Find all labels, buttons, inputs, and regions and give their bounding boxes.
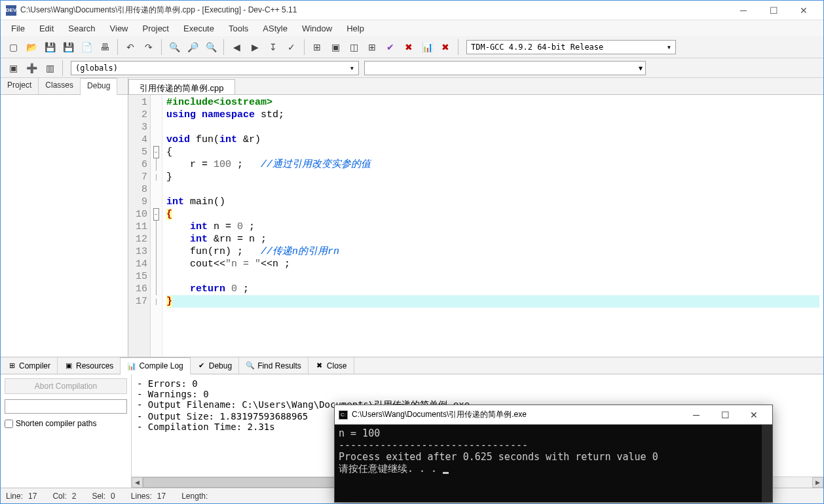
bottom-tab-debug[interactable]: ✔Debug — [191, 357, 239, 374]
fold-toggle-icon[interactable]: − — [153, 146, 159, 158]
menu-edit[interactable]: Edit — [33, 22, 60, 35]
left-tab-project[interactable]: Project — [1, 78, 39, 94]
function-dropdown[interactable]: ▾ — [364, 61, 646, 75]
left-tab-classes[interactable]: Classes — [39, 78, 81, 94]
abort-compilation-button: Abort Compilation — [5, 378, 127, 394]
menubar: FileEditSearchViewProjectExecuteToolsASt… — [1, 20, 823, 36]
bookmark-fwd-icon[interactable]: ▶ — [246, 39, 263, 56]
profile-icon[interactable]: 📊 — [419, 39, 436, 56]
console-titlebar[interactable]: C: C:\Users\Wang\Documents\引用传递的简单例.exe … — [335, 405, 772, 425]
bottom-tab-close[interactable]: ✖Close — [309, 357, 354, 374]
replace-icon[interactable]: 🔎 — [184, 39, 201, 56]
close-button[interactable]: ✕ — [789, 1, 818, 20]
console-window[interactable]: C: C:\Users\Wang\Documents\引用传递的简单例.exe … — [334, 405, 773, 503]
add-file-icon[interactable]: ➕ — [23, 60, 40, 77]
file-tab-active[interactable]: 引用传递的简单例.cpp — [128, 79, 235, 94]
goto-line-icon[interactable]: ↧ — [265, 39, 282, 56]
shorten-paths-label: Shorten compiler paths — [16, 419, 96, 428]
menu-file[interactable]: File — [5, 22, 31, 35]
file-tab-bar: 引用传递的简单例.cpp — [128, 78, 823, 95]
status-sel-value: 0 — [111, 492, 115, 501]
chevron-down-icon: ▾ — [350, 63, 354, 73]
compiler-dropdown[interactable]: TDM-GCC 4.9.2 64-bit Release ▾ — [466, 40, 676, 54]
console-close-button[interactable]: ✕ — [740, 406, 768, 424]
new-project-icon[interactable]: ▣ — [5, 60, 22, 77]
remove-file-icon[interactable]: ▥ — [41, 60, 58, 77]
menu-window[interactable]: Window — [295, 22, 339, 35]
status-length-label: Length: — [181, 492, 208, 501]
app-icon: DEV — [6, 5, 16, 16]
console-body[interactable]: n = 100 --------------------------------… — [335, 425, 772, 502]
fold-toggle-icon[interactable]: − — [153, 208, 159, 221]
redo-icon[interactable]: ↷ — [140, 39, 157, 56]
code-editor[interactable]: 1234567891011121314151617 −− #include<io… — [128, 95, 823, 357]
scope-dropdown[interactable]: (globals) ▾ — [71, 61, 359, 75]
print-icon[interactable]: 🖶 — [96, 39, 113, 56]
status-col-value: 2 — [72, 492, 77, 501]
menu-project[interactable]: Project — [136, 22, 176, 35]
bottom-tab-compiler[interactable]: ⊞Compiler — [1, 357, 58, 374]
window-title: C:\Users\Wang\Documents\引用传递的简单例.cpp - [… — [20, 5, 729, 16]
bookmark-icon[interactable]: ✓ — [283, 39, 300, 56]
console-minimize-button[interactable]: ─ — [682, 406, 711, 424]
console-cursor — [443, 472, 449, 474]
toolbar-main: ▢ 📂 💾 💾 📄 🖶 ↶ ↷ 🔍 🔎 🔍 ◀ ▶ ↧ ✓ ⊞ ▣ ◫ ⊞ ✔ … — [1, 36, 823, 58]
compile-log-controls: Abort Compilation Shorten compiler paths — [1, 374, 132, 488]
shorten-paths-box[interactable] — [5, 420, 13, 428]
editor-split: ProjectClassesDebug 引用传递的简单例.cpp 1234567… — [1, 78, 823, 357]
bottom-tab-find-results[interactable]: 🔍Find Results — [239, 357, 309, 374]
chevron-down-icon: ▾ — [639, 63, 643, 73]
status-lines-value: 17 — [157, 492, 166, 501]
menu-tools[interactable]: Tools — [222, 22, 255, 35]
left-panel: ProjectClassesDebug — [1, 78, 128, 357]
compile-icon[interactable]: ⊞ — [309, 39, 326, 56]
menu-execute[interactable]: Execute — [177, 22, 221, 35]
editor-area: 引用传递的简单例.cpp 1234567891011121314151617 −… — [128, 78, 823, 357]
chevron-down-icon: ▾ — [667, 43, 671, 52]
new-file-icon[interactable]: ▢ — [5, 39, 22, 56]
find-icon[interactable]: 🔍 — [166, 39, 183, 56]
tab-icon: 📊 — [127, 361, 136, 370]
delete-profile-icon[interactable]: ✖ — [437, 39, 454, 56]
scroll-right-icon[interactable]: ▶ — [812, 477, 823, 488]
rebuild-icon[interactable]: ⊞ — [364, 39, 381, 56]
menu-view[interactable]: View — [103, 22, 135, 35]
tab-icon: ▣ — [64, 361, 73, 370]
menu-astyle[interactable]: AStyle — [256, 22, 294, 35]
bottom-tab-resources[interactable]: ▣Resources — [58, 357, 121, 374]
run-icon[interactable]: ▣ — [327, 39, 344, 56]
shorten-paths-checkbox[interactable]: Shorten compiler paths — [5, 419, 127, 428]
fold-column: −− — [151, 95, 162, 357]
code-body[interactable]: #include<iostream>using namespace std; v… — [162, 95, 823, 357]
titlebar[interactable]: DEV C:\Users\Wang\Documents\引用传递的简单例.cpp… — [1, 1, 823, 20]
console-icon: C: — [339, 410, 348, 420]
tab-icon: ✔ — [197, 361, 206, 370]
debug-icon[interactable]: ✔ — [382, 39, 399, 56]
compile-log-filter-input[interactable] — [5, 399, 127, 414]
console-scrollbar[interactable] — [762, 425, 772, 502]
save-as-icon[interactable]: 📄 — [78, 39, 95, 56]
status-line-label: Line: — [6, 492, 23, 501]
menu-search[interactable]: Search — [62, 22, 102, 35]
console-maximize-button[interactable]: ☐ — [711, 406, 740, 424]
save-icon[interactable]: 💾 — [41, 39, 58, 56]
status-line-value: 17 — [28, 492, 37, 501]
toolbar-secondary: ▣ ➕ ▥ (globals) ▾ ▾ — [1, 58, 823, 78]
minimize-button[interactable]: ─ — [729, 1, 758, 20]
stop-icon[interactable]: ✖ — [400, 39, 417, 56]
maximize-button[interactable]: ☐ — [759, 1, 788, 20]
menu-help[interactable]: Help — [340, 22, 371, 35]
undo-icon[interactable]: ↶ — [122, 39, 139, 56]
scroll-left-icon[interactable]: ◀ — [132, 477, 143, 488]
find-in-files-icon[interactable]: 🔍 — [202, 39, 219, 56]
bookmark-back-icon[interactable]: ◀ — [228, 39, 245, 56]
save-all-icon[interactable]: 💾 — [60, 39, 77, 56]
left-tab-debug[interactable]: Debug — [81, 78, 117, 95]
status-lines-label: Lines: — [131, 492, 152, 501]
tab-icon: 🔍 — [246, 361, 255, 370]
status-sel-label: Sel: — [92, 492, 105, 501]
compile-run-icon[interactable]: ◫ — [345, 39, 362, 56]
bottom-tabs: ⊞Compiler▣Resources📊Compile Log✔Debug🔍Fi… — [1, 357, 823, 374]
bottom-tab-compile-log[interactable]: 📊Compile Log — [121, 357, 190, 374]
open-icon[interactable]: 📂 — [23, 39, 40, 56]
